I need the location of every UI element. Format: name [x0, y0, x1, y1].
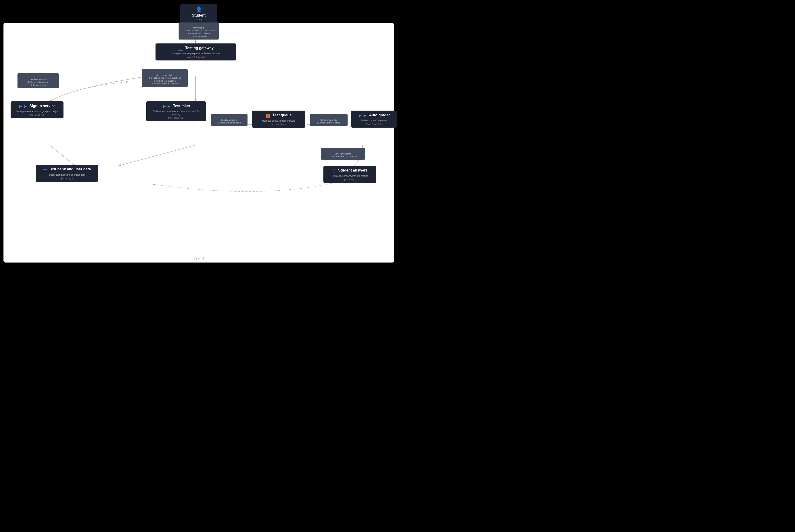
gateway-tag: [App: API Gateway] [159, 56, 233, 58]
signin-tag: [App: Cloud Run] [14, 114, 60, 116]
answers-header: ☰ Student answers [327, 168, 373, 174]
answers-desc: Stores student answers and results [327, 174, 373, 177]
system-label: [System] [194, 257, 204, 260]
test-taker-node: ►► Test taker Delivers test questions an… [146, 101, 206, 121]
svg-line-4 [50, 145, 75, 166]
gateway-icon: ⎯⎯ [178, 46, 183, 51]
gateway-right-tooltip: Sends requests to 4. Sends request for t… [142, 69, 188, 87]
queue-title: Test queue [272, 113, 292, 117]
taker-title: Test taker [173, 104, 190, 108]
signin-icon: ►► [18, 104, 27, 109]
svg-line-5 [119, 145, 196, 166]
person-icon: 👤 [185, 6, 212, 13]
diagram-container: ⎯⎯ Testing gateway Manages incoming requ… [3, 23, 394, 263]
testing-gateway-node: ⎯⎯ Testing gateway Manages incoming requ… [155, 43, 236, 60]
student-title: Student [185, 13, 212, 17]
gateway-desc: Manages incoming requests to the test se… [159, 52, 233, 55]
signin-desc: Manages user account sign up and login [14, 110, 60, 113]
gateway-title: Testing gateway [185, 46, 214, 50]
student-tooltip: Connects to 1. Sends request to access p… [179, 22, 219, 40]
signin-title: Sign-in service [30, 104, 56, 108]
signin-header: ►► Sign-in service [14, 104, 60, 109]
queue-header: ▮▮ Test queue [255, 113, 302, 118]
taker-header: ►► Test taker [149, 104, 203, 109]
test-bank-node: ☰ Test bank and user data Stores test qu… [36, 165, 98, 182]
queue-desc: Message queue for test answers [255, 119, 302, 122]
taker-tag: [App: Cloud Run] [149, 117, 203, 119]
bank-header: ☰ Test bank and user data [39, 167, 95, 172]
saves-tooltip: Saves answers to 11. Saves question-answ… [321, 148, 365, 160]
taker-icon: ►► [162, 104, 171, 109]
signin-node: ►► Sign-in service Manages user account … [11, 101, 63, 118]
gateway-header: ⎯⎯ Testing gateway [159, 46, 233, 51]
bank-tag: [Store: SQL] [39, 177, 95, 179]
bank-desc: Stores test questions and user data [39, 173, 95, 176]
answers-title: Student answers [338, 168, 368, 172]
queue-icon: ▮▮ [265, 113, 271, 118]
gateway-left-tooltip: Sends requests to 2. Sends auth request … [18, 73, 59, 88]
queue-tag: [App: RabbitMQ] [255, 123, 302, 126]
bank-icon: ☰ [43, 167, 47, 172]
test-queue-node: ▮▮ Test queue Message queue for test ans… [252, 111, 305, 128]
taker-desc: Delivers test questions and sends answer… [149, 110, 203, 116]
student-actor-node: 👤 Student [Actor] [180, 4, 217, 23]
grader-header: ►► Auto grader [354, 113, 394, 118]
student-tag: [Actor] [185, 18, 212, 21]
grader-desc: Grades student responses [354, 119, 394, 122]
auto-grader-node: ►► Auto grader Grades student responses … [351, 111, 397, 128]
student-answers-node: ☰ Student answers Stores student answers… [323, 166, 376, 183]
grader-tag: [App: Cloud Run] [354, 123, 394, 125]
grader-title: Auto grader [369, 113, 390, 117]
bank-title: Test bank and user data [49, 167, 91, 171]
queue-tooltip: Sends answers to 9. Sends answer to queu… [211, 114, 247, 126]
diagram-inner: ⎯⎯ Testing gateway Manages incoming requ… [4, 23, 394, 262]
grader-tooltip: Sends answers to 10. Pulls answer to gra… [310, 114, 348, 126]
grader-icon: ►► [358, 113, 367, 118]
answers-tag: [Store: SQL] [327, 178, 373, 181]
answers-icon: ☰ [332, 168, 336, 174]
